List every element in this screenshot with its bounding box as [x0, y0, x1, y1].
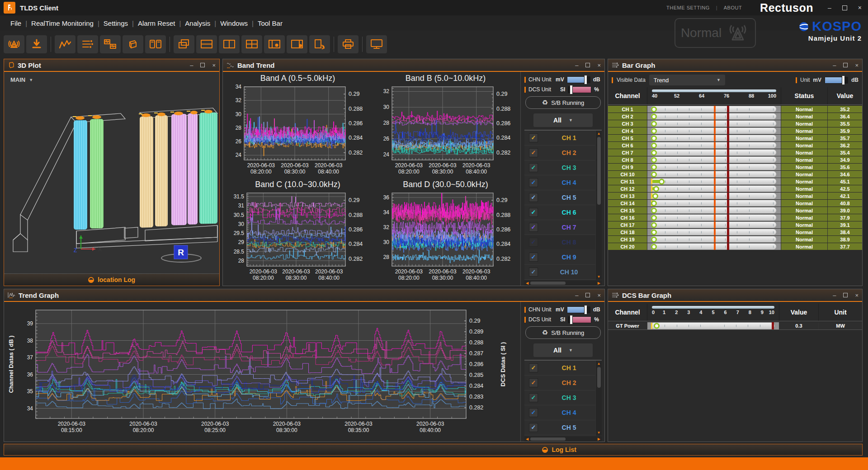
toolbar-user1-button[interactable]: [264, 35, 285, 53]
channel-checkbox[interactable]: ✓: [529, 148, 538, 157]
scroll-left-icon[interactable]: ◀: [526, 281, 528, 285]
scroll-up-icon[interactable]: ▲: [597, 362, 601, 366]
channel-item-ch-4[interactable]: ✓CH 4: [524, 405, 595, 420]
channel-checkbox[interactable]: ✓: [529, 393, 538, 402]
channel-item-ch-8[interactable]: ✓CH 8: [524, 235, 595, 250]
visible-data-dropdown[interactable]: Trend▼: [649, 75, 725, 85]
toolbar-exportdoc-button[interactable]: [309, 35, 330, 53]
channel-item-ch-10[interactable]: ✓CH 10: [524, 265, 595, 280]
channel-item-ch-7[interactable]: ✓CH 7: [524, 220, 595, 235]
horizontal-scrollbar[interactable]: ◀▶: [524, 280, 602, 286]
scroll-down-icon[interactable]: ▼: [597, 431, 601, 435]
toolbar-print-button[interactable]: [338, 35, 359, 53]
channel-checkbox[interactable]: ✓: [529, 423, 538, 432]
panel-close-button[interactable]: ×: [597, 62, 601, 69]
menu-item-tool-bar[interactable]: Tool Bar: [254, 19, 287, 27]
scroll-down-icon[interactable]: ▼: [597, 275, 601, 279]
channel-item-ch-2[interactable]: ✓CH 2: [524, 376, 595, 390]
window-close-button[interactable]: ×: [858, 4, 862, 11]
panel-minimize-button[interactable]: –: [575, 292, 578, 299]
channel-checkbox[interactable]: ✓: [529, 253, 538, 262]
3d-plot-viewport[interactable]: MAIN▼: [4, 72, 219, 273]
channel-checkbox[interactable]: ✓: [529, 223, 538, 232]
chn-unit-toggle[interactable]: [567, 306, 590, 313]
channel-checkbox[interactable]: ✓: [529, 408, 538, 417]
chn-unit-toggle[interactable]: [567, 76, 590, 83]
toolbar-tilegrid-button[interactable]: [241, 35, 262, 53]
channel-item-ch-3[interactable]: ✓CH 3: [524, 390, 595, 405]
channel-checkbox[interactable]: ✓: [529, 178, 538, 187]
toolbar-user2-button[interactable]: [287, 35, 307, 53]
location-log-button[interactable]: location Log: [4, 273, 219, 286]
panel-minimize-button[interactable]: –: [190, 62, 193, 69]
about-link[interactable]: ABOUT: [724, 5, 742, 10]
channel-checkbox[interactable]: ✓: [529, 163, 538, 172]
channel-filter-dropdown[interactable]: All▼: [533, 343, 593, 357]
scroll-thumb[interactable]: [597, 137, 601, 205]
scroll-right-icon[interactable]: ▶: [598, 281, 600, 285]
scroll-thumb[interactable]: [597, 367, 601, 388]
scroll-left-icon[interactable]: ◀: [526, 437, 528, 441]
menu-item-alarm-reset[interactable]: Alarm Reset: [134, 19, 179, 27]
panel-maximize-button[interactable]: [843, 293, 848, 297]
theme-setting-link[interactable]: THEME SETTING: [666, 5, 710, 10]
channel-item-ch-3[interactable]: ✓CH 3: [524, 160, 595, 175]
sb-running-button[interactable]: ♻S/B Running: [525, 96, 601, 109]
channel-item-ch-2[interactable]: ✓CH 2: [524, 146, 595, 160]
scroll-right-icon[interactable]: ▶: [598, 437, 600, 441]
menu-item-analysis[interactable]: Analysis: [181, 19, 214, 27]
channel-checkbox[interactable]: ✓: [529, 208, 538, 217]
panel-minimize-button[interactable]: –: [575, 62, 578, 69]
scroll-up-icon[interactable]: ▲: [597, 132, 601, 136]
channel-item-ch-6[interactable]: ✓CH 6: [524, 205, 595, 220]
channel-item-ch-9[interactable]: ✓CH 9: [524, 250, 595, 265]
toolbar-tilev-button[interactable]: [219, 35, 240, 53]
channel-checkbox[interactable]: ✓: [529, 238, 538, 247]
panel-close-button[interactable]: ×: [855, 292, 859, 299]
toolbar-multichart-button[interactable]: [100, 35, 121, 53]
menu-item-settings[interactable]: Settings: [99, 19, 132, 27]
panel-close-button[interactable]: ×: [212, 62, 216, 69]
channel-item-ch-5[interactable]: ✓CH 5: [524, 190, 595, 205]
channel-checkbox[interactable]: ✓: [529, 363, 538, 372]
toolbar-download-button[interactable]: [26, 35, 47, 53]
channel-item-ch-4[interactable]: ✓CH 4: [524, 175, 595, 190]
sb-running-button[interactable]: ♻S/B Running: [525, 326, 601, 339]
channel-checkbox[interactable]: ✓: [529, 378, 538, 387]
panel-maximize-button[interactable]: [585, 293, 590, 297]
channel-checkbox[interactable]: ✓: [529, 268, 538, 277]
menu-item-file[interactable]: File: [6, 19, 25, 27]
window-maximize-button[interactable]: [842, 5, 847, 10]
horizontal-scrollbar[interactable]: ◀▶: [524, 436, 602, 442]
vertical-scrollbar[interactable]: ▲▼: [595, 131, 602, 280]
menu-item-windows[interactable]: Windows: [216, 19, 252, 27]
window-minimize-button[interactable]: –: [828, 4, 831, 11]
panel-close-button[interactable]: ×: [855, 62, 859, 69]
log-list-button[interactable]: Log List: [4, 444, 863, 456]
view-selector-dropdown[interactable]: MAIN▼: [10, 76, 33, 83]
channel-checkbox[interactable]: ✓: [529, 193, 538, 202]
scroll-thumb[interactable]: [530, 282, 566, 285]
panel-maximize-button[interactable]: [200, 63, 205, 67]
toolbar-monitor-button[interactable]: [366, 35, 387, 53]
toolbar-box3d-button[interactable]: [123, 35, 143, 53]
toolbar-antenna-button[interactable]: [4, 35, 24, 53]
toolbar-trend-button[interactable]: [55, 35, 75, 53]
unit-toggle[interactable]: [825, 77, 848, 84]
channel-item-ch-1[interactable]: ✓CH 1: [524, 361, 595, 376]
dcs-unit-toggle[interactable]: [568, 86, 591, 93]
toolbar-list-button[interactable]: [77, 35, 98, 53]
panel-close-button[interactable]: ×: [597, 292, 601, 299]
menu-item-realtime-monitoring[interactable]: RealTime Monitoring: [27, 19, 98, 27]
channel-item-ch-1[interactable]: ✓CH 1: [524, 131, 595, 146]
vertical-scrollbar[interactable]: ▲▼: [595, 361, 602, 436]
toolbar-cascade-button[interactable]: [174, 35, 194, 53]
toolbar-tileh-button[interactable]: [196, 35, 217, 53]
scroll-thumb[interactable]: [530, 437, 566, 441]
panel-maximize-button[interactable]: [843, 63, 848, 67]
dcs-unit-toggle[interactable]: [568, 316, 591, 323]
channel-checkbox[interactable]: ✓: [529, 133, 538, 142]
panel-maximize-button[interactable]: [585, 63, 590, 67]
channel-item-ch-5[interactable]: ✓CH 5: [524, 420, 595, 435]
reset-view-button[interactable]: R: [174, 245, 188, 259]
